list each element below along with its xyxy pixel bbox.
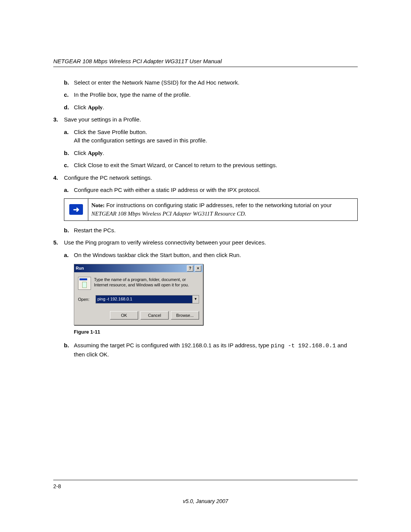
footer-page-number: 2-8 xyxy=(53,482,61,490)
close-button[interactable]: × xyxy=(195,265,201,272)
figure-run-dialog: Run ? × Type the name of a program, fold… xyxy=(53,264,358,325)
note-arrow-icon: ➜ xyxy=(69,204,83,215)
list-marker: 4. xyxy=(53,174,64,182)
step-5b-text: Assuming the target PC is configured wit… xyxy=(74,341,358,359)
list-marker: a. xyxy=(64,186,74,195)
run-dialog: Run ? × Type the name of a program, fold… xyxy=(74,264,203,325)
step-5a-text: On the Windows taskbar click the Start b… xyxy=(74,251,241,260)
run-title: Run xyxy=(76,265,84,272)
note-box: ➜ Note: For instructions on configuring … xyxy=(64,198,358,221)
step-2b-text: Select or enter the Network Name (SSID) … xyxy=(74,78,239,87)
page-header: NETGEAR 108 Mbps Wireless PCI Adapter WG… xyxy=(53,57,358,67)
list-marker: a. xyxy=(64,251,74,260)
dropdown-button[interactable]: ▼ xyxy=(192,296,199,303)
list-marker: b. xyxy=(64,226,74,235)
step-4-text: Configure the PC network settings. xyxy=(64,174,152,182)
step-4b-text: Restart the PCs. xyxy=(74,226,116,235)
step-3c-text: Click Close to exit the Smart Wizard, or… xyxy=(74,161,277,170)
list-marker: b. xyxy=(64,341,74,359)
footer-version: v5.0, January 2007 xyxy=(53,497,358,505)
list-marker: 3. xyxy=(53,115,64,124)
step-5-text: Use the Ping program to verify wireless … xyxy=(64,238,266,247)
manual-page: NETGEAR 108 Mbps Wireless PCI Adapter WG… xyxy=(0,0,411,532)
figure-caption: Figure 1-11 xyxy=(53,328,358,336)
cancel-button[interactable]: Cancel xyxy=(140,311,169,320)
browse-button[interactable]: Browse... xyxy=(171,311,199,320)
run-description: Type the name of a program, folder, docu… xyxy=(94,277,199,290)
note-text: Note: For instructions on configuring st… xyxy=(88,198,358,220)
open-combobox[interactable]: ping -t 192.168.0.1 ▼ xyxy=(96,295,199,304)
step-2d-text: Click Apply. xyxy=(74,103,104,112)
run-titlebar: Run ? × xyxy=(74,264,203,272)
open-label: Open: xyxy=(78,296,92,303)
list-marker: 5. xyxy=(53,238,64,247)
run-app-icon xyxy=(78,277,91,290)
step-4a-text: Configure each PC with either a static I… xyxy=(74,186,260,195)
list-marker: a. xyxy=(64,128,74,145)
step-3-text: Save your settings in a Profile. xyxy=(64,115,141,124)
list-marker: b. xyxy=(64,78,74,87)
list-marker: c. xyxy=(64,91,74,99)
ok-button[interactable]: OK xyxy=(110,311,138,320)
list-marker: b. xyxy=(64,149,74,158)
step-3a-text: Click the Save Profile button. All the c… xyxy=(74,128,207,145)
step-3b-text: Click Apply. xyxy=(74,149,104,158)
step-2-sublist: b. Select or enter the Network Name (SSI… xyxy=(53,78,358,112)
step-2c-text: In the Profile box, type the name of the… xyxy=(74,91,191,99)
open-input-value[interactable]: ping -t 192.168.0.1 xyxy=(96,296,192,303)
list-marker: c. xyxy=(64,161,74,170)
help-button[interactable]: ? xyxy=(187,265,193,272)
list-marker: d. xyxy=(64,103,74,112)
page-footer: 2-8 v5.0, January 2007 xyxy=(53,480,358,505)
